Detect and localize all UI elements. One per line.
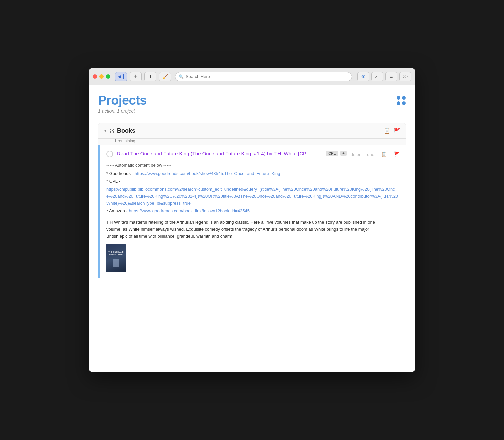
task-row: Read The Once and Future King (The Once … xyxy=(106,150,400,157)
task-title-link[interactable]: Read The Once and Future King (The Once … xyxy=(117,150,315,157)
task-badges: CPL + xyxy=(326,151,346,156)
task-note-icon[interactable]: 📋 xyxy=(381,151,387,157)
broom-icon: 🧹 xyxy=(162,74,168,79)
search-input[interactable] xyxy=(186,74,348,79)
project-flag-icon[interactable]: 🚩 xyxy=(394,128,400,134)
badge-cpl: CPL xyxy=(326,151,338,156)
notes-description: T.H White's masterful retelling of the A… xyxy=(106,219,380,240)
add-icon: + xyxy=(134,73,138,80)
clean-button[interactable]: 🧹 xyxy=(159,72,171,81)
task-defer-label[interactable]: defer xyxy=(351,152,361,157)
notes-cpl-line: * CPL - https://chipublib.bibliocommons.… xyxy=(106,178,400,207)
project-link-icon: ⛓ xyxy=(109,128,114,134)
book-cover-image: THE ONCE AND FUTURE KING xyxy=(106,244,126,272)
sidebar-toggle-button[interactable]: ◀▐ xyxy=(115,72,127,81)
task-meta: defer due 📋 🚩 xyxy=(351,151,400,157)
page-subtitle: 1 action, 1 project xyxy=(98,108,147,114)
minimize-button[interactable] xyxy=(99,74,104,79)
project-remaining: 1 remaining xyxy=(106,139,406,145)
notes-goodreads-label: * Goodreads - xyxy=(106,170,133,177)
app-window: ◀▐ + ⬇ 🧹 🔍 👁 >_ ≡ >> xyxy=(89,68,415,372)
dot-2 xyxy=(402,96,406,100)
task-main: Read The Once and Future King (The Once … xyxy=(100,145,406,278)
project-name: Books xyxy=(117,127,384,134)
page-title: Projects xyxy=(98,93,147,108)
notes-goodreads-link[interactable]: https://www.goodreads.com/book/show/4354… xyxy=(135,170,280,177)
titlebar: ◀▐ + ⬇ 🧹 🔍 👁 >_ ≡ >> xyxy=(89,68,415,85)
terminal-icon: >_ xyxy=(375,74,380,79)
book-cover-title: THE ONCE AND FUTURE KING xyxy=(107,251,125,256)
badge-add-context[interactable]: + xyxy=(340,151,346,156)
project-note-icon[interactable]: 📋 xyxy=(384,128,390,134)
book-cover-figure xyxy=(113,259,119,267)
task-flag-icon[interactable]: 🚩 xyxy=(394,151,400,157)
project-actions: 📋 🚩 xyxy=(384,128,400,134)
dot-1 xyxy=(397,96,400,100)
notes-amazon-label: * Amazon - xyxy=(106,208,128,215)
project-header: ▼ ⛓ Books 📋 🚩 xyxy=(98,123,406,139)
search-icon: 🔍 xyxy=(179,74,184,79)
download-button[interactable]: ⬇ xyxy=(144,72,156,81)
task-item: Read The Once and Future King (The Once … xyxy=(98,145,406,278)
close-button[interactable] xyxy=(93,74,97,79)
grid-view-icon[interactable] xyxy=(397,96,406,105)
eye-button[interactable]: 👁 xyxy=(357,72,369,81)
notes-cpl-link[interactable]: https://chipublib.bibliocommons.com/v2/s… xyxy=(106,186,400,207)
page-header: Projects 1 action, 1 project xyxy=(98,93,406,114)
collapse-arrow-icon[interactable]: ▼ xyxy=(104,129,107,133)
search-bar[interactable]: 🔍 xyxy=(175,72,352,81)
notes-auto-header: ~~~ Automatic content below ~~~ xyxy=(106,162,400,169)
download-icon: ⬇ xyxy=(149,74,152,79)
maximize-button[interactable] xyxy=(106,74,110,79)
task-title-area: Read The Once and Future King (The Once … xyxy=(117,150,315,157)
more-icon: >> xyxy=(403,74,408,79)
notes-amazon-line: * Amazon - https://www.goodreads.com/boo… xyxy=(106,208,400,215)
task-notes: ~~~ Automatic content below ~~~ * Goodre… xyxy=(106,162,400,272)
main-content: Projects 1 action, 1 project ▼ ⛓ Books 📋 xyxy=(89,85,415,372)
list-button[interactable]: ≡ xyxy=(385,72,397,81)
dot-3 xyxy=(397,101,400,105)
task-checkbox[interactable] xyxy=(106,151,113,157)
more-button[interactable]: >> xyxy=(399,72,411,81)
task-due-label[interactable]: due xyxy=(367,152,374,157)
notes-amazon-link[interactable]: https://www.goodreads.com/book_link/foll… xyxy=(129,208,250,215)
eye-icon: 👁 xyxy=(361,74,366,79)
notes-cpl-label: * CPL - xyxy=(106,178,120,185)
traffic-lights xyxy=(93,74,110,79)
list-icon: ≡ xyxy=(390,74,393,79)
project-section: ▼ ⛓ Books 📋 🚩 1 remaining Read The Once … xyxy=(98,123,406,278)
terminal-button[interactable]: >_ xyxy=(371,72,383,81)
sidebar-icon: ◀▐ xyxy=(118,74,124,79)
dot-4 xyxy=(402,101,406,105)
notes-goodreads-line: * Goodreads - https://www.goodreads.com/… xyxy=(106,170,400,177)
toolbar-right: 👁 >_ ≡ >> xyxy=(357,72,411,81)
add-button[interactable]: + xyxy=(130,72,142,81)
